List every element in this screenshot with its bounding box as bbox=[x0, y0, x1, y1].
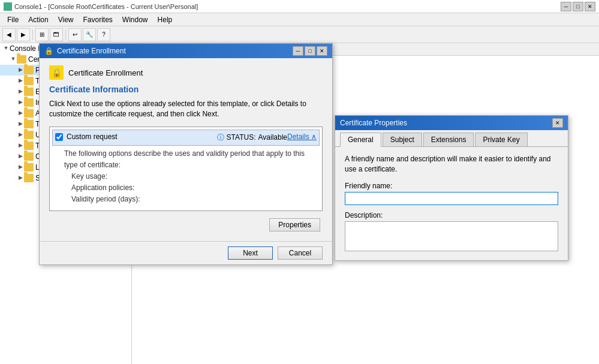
toolbar: ◀ ▶ ⊞ 🗔 ↩ 🔧 ? bbox=[0, 26, 599, 43]
forward-button[interactable]: ▶ bbox=[17, 28, 30, 41]
template-list: Custom request ⓘ STATUS: Available Detai… bbox=[49, 127, 323, 211]
tree-arrow-trusted-root: ▶ bbox=[17, 77, 24, 85]
tab-general[interactable]: General bbox=[340, 133, 381, 147]
minimize-btn[interactable]: ─ bbox=[561, 2, 571, 11]
folder-icon-smart-card bbox=[24, 174, 34, 182]
props-titlebar: Certificate Properties ✕ bbox=[335, 116, 568, 130]
template-detail-line-4: Validity period (days): bbox=[64, 194, 308, 205]
tree-arrow-certs: ▼ bbox=[10, 56, 17, 63]
folder-icon-trusted-root bbox=[24, 77, 34, 85]
folder-icon-personal bbox=[24, 66, 34, 74]
tree-arrow-intermediate: ▶ bbox=[17, 99, 24, 106]
menu-action[interactable]: Action bbox=[23, 14, 53, 25]
properties-dialog: Certificate Properties ✕ General Subject… bbox=[335, 115, 568, 261]
enrollment-dialog-footer: Next Cancel bbox=[40, 241, 332, 264]
enrollment-dialog: 🔒 Certificate Enrollment ─ □ ✕ 🔒 Certifi… bbox=[39, 43, 333, 265]
maximize-btn[interactable]: □ bbox=[573, 2, 583, 11]
menu-help[interactable]: Help bbox=[153, 14, 177, 25]
back-button[interactable]: ◀ bbox=[2, 28, 16, 41]
template-detail-line-3: Application policies: bbox=[64, 182, 308, 194]
cert-enroll-icon: 🔒 bbox=[49, 65, 64, 80]
show-hide-console-button[interactable]: ⊞ bbox=[35, 28, 49, 41]
menu-favorites[interactable]: Favorites bbox=[79, 14, 118, 25]
props-description: A friendly name and description will mak… bbox=[345, 154, 558, 175]
enrollment-dialog-titlebar: 🔒 Certificate Enrollment ─ □ ✕ bbox=[40, 44, 332, 58]
tree-arrow-untrusted: ▶ bbox=[17, 131, 24, 139]
properties-button[interactable]: 🔧 bbox=[83, 28, 96, 41]
enrollment-maximize-btn[interactable]: □ bbox=[305, 46, 315, 56]
folder-icon-certs bbox=[17, 55, 26, 64]
template-detail-line-1: The following options describe the uses … bbox=[64, 148, 308, 171]
props-dialog-title: Certificate Properties bbox=[340, 119, 407, 127]
next-button[interactable]: Next bbox=[228, 246, 273, 260]
app-icon bbox=[4, 2, 12, 11]
template-details: The following options describe the uses … bbox=[52, 146, 320, 208]
tab-private-key[interactable]: Private Key bbox=[475, 133, 527, 146]
props-close-btn[interactable]: ✕ bbox=[552, 118, 563, 128]
props-content: A friendly name and description will mak… bbox=[335, 147, 568, 260]
tree-arrow-trusted-pub: ▶ bbox=[17, 121, 24, 128]
title-bar: Console1 - [Console Root\Certificates - … bbox=[0, 0, 599, 13]
new-window-button[interactable]: 🗔 bbox=[50, 28, 63, 41]
tree-arrow-smart-card: ▶ bbox=[17, 175, 24, 182]
folder-icon-enterprise bbox=[24, 88, 34, 96]
template-status: ⓘ STATUS: Available bbox=[217, 133, 287, 143]
close-btn[interactable]: ✕ bbox=[585, 2, 595, 11]
enrollment-header-label: Certificate Enrollment bbox=[68, 68, 143, 77]
folder-icon-untrusted bbox=[24, 131, 34, 139]
tabs-bar: General Subject Extensions Private Key bbox=[335, 130, 568, 147]
tree-arrow-third-party: ▶ bbox=[17, 142, 24, 149]
friendly-name-label: Friendly name: bbox=[345, 182, 558, 190]
toolbar-separator2 bbox=[65, 29, 66, 40]
status-label: STATUS: bbox=[227, 133, 256, 142]
folder-icon-trusted-pub bbox=[24, 120, 34, 128]
tab-subject[interactable]: Subject bbox=[383, 133, 422, 146]
template-detail-line-2: Key usage: bbox=[64, 171, 308, 182]
enrollment-description: Click Next to use the options already se… bbox=[49, 99, 323, 119]
tree-arrow-enterprise: ▶ bbox=[17, 88, 24, 95]
status-value: Available bbox=[258, 133, 287, 142]
description-label: Description: bbox=[345, 211, 558, 219]
properties-button[interactable]: Properties bbox=[269, 218, 320, 231]
tree-arrow-local: ▶ bbox=[17, 164, 24, 171]
enrollment-section-title: Certificate Information bbox=[49, 85, 323, 94]
tree-arrow-trusted-people: ▶ bbox=[17, 153, 24, 160]
tree-arrow-personal: ▶ bbox=[17, 67, 24, 74]
tree-arrow: ▼ bbox=[2, 45, 10, 52]
folder-icon-local bbox=[24, 163, 34, 172]
tree-arrow-active-dir: ▶ bbox=[17, 110, 24, 117]
template-item-custom[interactable]: Custom request ⓘ STATUS: Available Detai… bbox=[52, 130, 320, 146]
properties-btn-row: Properties bbox=[49, 216, 323, 234]
enrollment-dialog-title: 🔒 Certificate Enrollment bbox=[44, 47, 126, 55]
toolbar-separator bbox=[32, 29, 33, 40]
go-back-button[interactable]: ↩ bbox=[68, 28, 82, 41]
friendly-name-input[interactable] bbox=[345, 192, 558, 205]
menu-file[interactable]: File bbox=[2, 14, 23, 25]
enrollment-header: 🔒 Certificate Enrollment bbox=[49, 65, 323, 80]
tab-extensions[interactable]: Extensions bbox=[423, 133, 474, 146]
folder-icon-intermediate bbox=[24, 98, 34, 107]
enrollment-dialog-btns: ─ □ ✕ bbox=[293, 46, 327, 56]
details-link[interactable]: Details ∧ bbox=[287, 133, 317, 141]
cancel-button[interactable]: Cancel bbox=[278, 246, 323, 260]
description-textarea[interactable] bbox=[345, 221, 558, 251]
enrollment-dialog-content: 🔒 Certificate Enrollment Certificate Inf… bbox=[40, 58, 332, 241]
help-button[interactable]: ? bbox=[97, 28, 110, 41]
enrollment-minimize-btn[interactable]: ─ bbox=[293, 46, 303, 56]
window-title: Console1 - [Console Root\Certificates - … bbox=[14, 3, 198, 10]
enrollment-title-icon: 🔒 bbox=[44, 47, 53, 55]
folder-icon-trusted-people bbox=[24, 152, 34, 161]
status-icon: ⓘ bbox=[217, 133, 224, 143]
template-checkbox[interactable] bbox=[55, 133, 63, 141]
menu-window[interactable]: Window bbox=[118, 14, 153, 25]
template-name: Custom request bbox=[67, 133, 217, 141]
folder-icon-active-dir bbox=[24, 109, 34, 118]
enrollment-close-btn[interactable]: ✕ bbox=[317, 46, 327, 56]
folder-icon-third-party bbox=[24, 142, 34, 150]
menu-view[interactable]: View bbox=[53, 14, 79, 25]
menu-bar: File Action View Favorites Window Help bbox=[0, 13, 599, 26]
